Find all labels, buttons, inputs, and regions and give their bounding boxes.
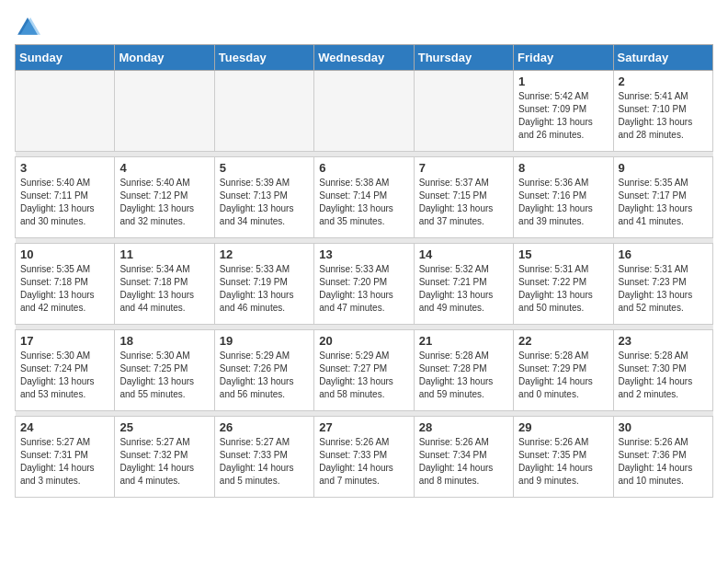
calendar-week-row: 10Sunrise: 5:35 AM Sunset: 7:18 PM Dayli… [16,244,713,325]
day-info: Sunrise: 5:27 AM Sunset: 7:32 PM Dayligh… [119,436,209,488]
day-info: Sunrise: 5:28 AM Sunset: 7:30 PM Dayligh… [619,350,708,401]
day-info: Sunrise: 5:29 AM Sunset: 7:27 PM Dayligh… [319,350,408,401]
day-number: 10 [20,247,109,261]
calendar-week-row: 3Sunrise: 5:40 AM Sunset: 7:11 PM Daylig… [16,157,713,238]
day-info: Sunrise: 5:30 AM Sunset: 7:24 PM Dayligh… [20,350,109,401]
day-number: 12 [220,247,309,261]
day-number: 2 [619,75,708,88]
calendar-cell: 19Sunrise: 5:29 AM Sunset: 7:26 PM Dayli… [214,330,313,411]
day-info: Sunrise: 5:37 AM Sunset: 7:15 PM Dayligh… [419,177,508,228]
day-info: Sunrise: 5:26 AM Sunset: 7:36 PM Dayligh… [619,436,708,488]
day-number: 23 [619,334,708,348]
calendar-cell: 24Sunrise: 5:27 AM Sunset: 7:31 PM Dayli… [16,417,115,498]
day-info: Sunrise: 5:33 AM Sunset: 7:19 PM Dayligh… [220,263,309,315]
day-info: Sunrise: 5:31 AM Sunset: 7:23 PM Dayligh… [619,263,708,315]
calendar-cell: 26Sunrise: 5:27 AM Sunset: 7:33 PM Dayli… [214,417,313,498]
calendar-cell: 20Sunrise: 5:29 AM Sunset: 7:27 PM Dayli… [314,330,414,411]
calendar-cell: 5Sunrise: 5:39 AM Sunset: 7:13 PM Daylig… [214,157,313,238]
logo [15,15,44,40]
day-number: 11 [119,247,209,261]
day-info: Sunrise: 5:27 AM Sunset: 7:31 PM Dayligh… [20,436,109,488]
calendar-week-row: 17Sunrise: 5:30 AM Sunset: 7:24 PM Dayli… [16,330,713,411]
weekday-header: Thursday [414,45,513,71]
logo-icon [15,15,40,40]
day-info: Sunrise: 5:27 AM Sunset: 7:33 PM Dayligh… [220,436,309,488]
day-info: Sunrise: 5:32 AM Sunset: 7:21 PM Dayligh… [419,263,508,315]
calendar-cell: 22Sunrise: 5:28 AM Sunset: 7:29 PM Dayli… [514,330,613,411]
day-info: Sunrise: 5:26 AM Sunset: 7:34 PM Dayligh… [419,436,508,488]
calendar-cell: 7Sunrise: 5:37 AM Sunset: 7:15 PM Daylig… [414,157,513,238]
day-number: 4 [119,161,209,175]
calendar-cell: 11Sunrise: 5:34 AM Sunset: 7:18 PM Dayli… [115,244,214,325]
day-number: 7 [419,161,508,175]
header [15,15,713,40]
day-number: 29 [518,420,608,434]
calendar-cell: 4Sunrise: 5:40 AM Sunset: 7:12 PM Daylig… [115,157,214,238]
day-number: 17 [20,334,109,348]
day-info: Sunrise: 5:41 AM Sunset: 7:10 PM Dayligh… [619,90,708,142]
calendar-cell: 14Sunrise: 5:32 AM Sunset: 7:21 PM Dayli… [414,244,513,325]
day-number: 15 [518,247,608,261]
day-info: Sunrise: 5:40 AM Sunset: 7:12 PM Dayligh… [119,177,209,228]
calendar-cell [115,71,214,152]
weekday-header: Monday [115,45,214,71]
calendar-week-row: 1Sunrise: 5:42 AM Sunset: 7:09 PM Daylig… [16,71,713,152]
calendar-body: 1Sunrise: 5:42 AM Sunset: 7:09 PM Daylig… [16,71,713,498]
day-info: Sunrise: 5:35 AM Sunset: 7:17 PM Dayligh… [619,177,708,228]
day-number: 20 [319,334,408,348]
calendar-cell: 27Sunrise: 5:26 AM Sunset: 7:33 PM Dayli… [314,417,414,498]
calendar-cell: 21Sunrise: 5:28 AM Sunset: 7:28 PM Dayli… [414,330,513,411]
calendar-cell: 15Sunrise: 5:31 AM Sunset: 7:22 PM Dayli… [514,244,613,325]
calendar-cell: 18Sunrise: 5:30 AM Sunset: 7:25 PM Dayli… [115,330,214,411]
day-info: Sunrise: 5:35 AM Sunset: 7:18 PM Dayligh… [20,263,109,315]
day-info: Sunrise: 5:38 AM Sunset: 7:14 PM Dayligh… [319,177,408,228]
calendar-header-row: SundayMondayTuesdayWednesdayThursdayFrid… [16,45,713,71]
calendar-cell [16,71,115,152]
day-info: Sunrise: 5:31 AM Sunset: 7:22 PM Dayligh… [518,263,608,315]
weekday-header: Saturday [613,45,712,71]
day-number: 19 [220,334,309,348]
weekday-header: Wednesday [314,45,414,71]
calendar-cell: 23Sunrise: 5:28 AM Sunset: 7:30 PM Dayli… [613,330,712,411]
day-info: Sunrise: 5:28 AM Sunset: 7:29 PM Dayligh… [518,350,608,401]
calendar-cell: 6Sunrise: 5:38 AM Sunset: 7:14 PM Daylig… [314,157,414,238]
day-number: 25 [119,420,209,434]
weekday-header: Tuesday [214,45,313,71]
calendar-cell: 13Sunrise: 5:33 AM Sunset: 7:20 PM Dayli… [314,244,414,325]
calendar-cell: 25Sunrise: 5:27 AM Sunset: 7:32 PM Dayli… [115,417,214,498]
day-info: Sunrise: 5:33 AM Sunset: 7:20 PM Dayligh… [319,263,408,315]
day-info: Sunrise: 5:29 AM Sunset: 7:26 PM Dayligh… [220,350,309,401]
day-info: Sunrise: 5:34 AM Sunset: 7:18 PM Dayligh… [119,263,209,315]
calendar-cell: 2Sunrise: 5:41 AM Sunset: 7:10 PM Daylig… [613,71,712,152]
day-number: 13 [319,247,408,261]
calendar-cell: 17Sunrise: 5:30 AM Sunset: 7:24 PM Dayli… [16,330,115,411]
day-number: 1 [518,75,608,88]
calendar-cell [414,71,513,152]
weekday-header: Friday [514,45,613,71]
calendar-cell: 30Sunrise: 5:26 AM Sunset: 7:36 PM Dayli… [613,417,712,498]
calendar-cell [214,71,313,152]
day-number: 21 [419,334,508,348]
day-number: 8 [518,161,608,175]
calendar-cell: 9Sunrise: 5:35 AM Sunset: 7:17 PM Daylig… [613,157,712,238]
day-number: 9 [619,161,708,175]
day-number: 5 [220,161,309,175]
day-number: 22 [518,334,608,348]
calendar-cell: 3Sunrise: 5:40 AM Sunset: 7:11 PM Daylig… [16,157,115,238]
day-info: Sunrise: 5:30 AM Sunset: 7:25 PM Dayligh… [119,350,209,401]
calendar-cell: 10Sunrise: 5:35 AM Sunset: 7:18 PM Dayli… [16,244,115,325]
day-number: 28 [419,420,508,434]
calendar-cell: 1Sunrise: 5:42 AM Sunset: 7:09 PM Daylig… [514,71,613,152]
calendar-table: SundayMondayTuesdayWednesdayThursdayFrid… [15,44,713,498]
day-number: 6 [319,161,408,175]
day-number: 18 [119,334,209,348]
calendar-cell: 28Sunrise: 5:26 AM Sunset: 7:34 PM Dayli… [414,417,513,498]
calendar-cell: 16Sunrise: 5:31 AM Sunset: 7:23 PM Dayli… [613,244,712,325]
weekday-header: Sunday [16,45,115,71]
day-number: 14 [419,247,508,261]
day-info: Sunrise: 5:26 AM Sunset: 7:35 PM Dayligh… [518,436,608,488]
calendar-week-row: 24Sunrise: 5:27 AM Sunset: 7:31 PM Dayli… [16,417,713,498]
calendar-cell [314,71,414,152]
day-number: 24 [20,420,109,434]
day-info: Sunrise: 5:42 AM Sunset: 7:09 PM Dayligh… [518,90,608,142]
